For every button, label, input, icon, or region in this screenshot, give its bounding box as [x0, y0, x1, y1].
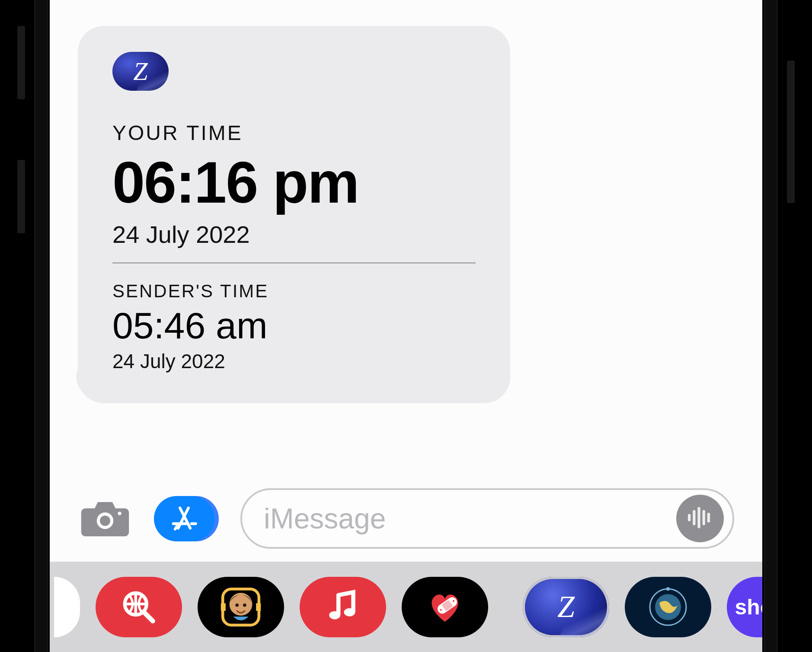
svg-point-2: [118, 512, 121, 515]
sho-label: sho: [735, 595, 762, 620]
divider: [112, 262, 476, 264]
your-time-date: 24 July 2022: [112, 220, 476, 248]
drawer-app-music[interactable]: [300, 577, 386, 637]
sender-time-label: SENDER'S TIME: [112, 281, 476, 302]
sender-time-value: 05:46 am: [112, 304, 476, 347]
memoji-icon: [217, 583, 265, 631]
power-button: [787, 60, 795, 203]
svg-rect-19: [256, 603, 261, 611]
camera-button[interactable]: [78, 497, 132, 540]
svg-point-24: [344, 608, 355, 616]
device-bezel-left: [35, 0, 48, 652]
drawer-app-zones[interactable]: Z: [523, 577, 609, 637]
drawer-app-partial-left[interactable]: [54, 577, 80, 637]
drawer-app-health[interactable]: [402, 577, 488, 637]
svg-line-3: [178, 508, 189, 528]
sender-time-date: 24 July 2022: [112, 350, 476, 373]
svg-line-4: [180, 508, 190, 528]
device-bezel-right: [764, 0, 777, 652]
your-time-label: YOUR TIME: [112, 121, 476, 145]
volume-up-button: [17, 26, 25, 99]
globe-search-icon: [119, 588, 158, 627]
imessage-app-drawer[interactable]: Z sho: [50, 562, 762, 652]
zones-app-glyph: Z: [133, 57, 147, 86]
svg-rect-18: [221, 603, 226, 611]
svg-rect-12: [707, 513, 710, 522]
volume-down-button: [17, 160, 25, 233]
svg-point-1: [100, 515, 110, 526]
drawer-app-find[interactable]: [96, 577, 182, 637]
drawer-app-globe[interactable]: [625, 577, 711, 637]
phone-screen: Z YOUR TIME 06:16 pm 24 July 2022 SENDER…: [50, 0, 762, 652]
drawer-app-memoji[interactable]: [198, 577, 284, 637]
your-time-value: 06:16 pm: [112, 153, 476, 212]
svg-rect-10: [697, 507, 700, 528]
composer-row: iMessage: [78, 488, 734, 549]
imessage-apps-button[interactable]: [154, 496, 219, 541]
camera-icon: [79, 496, 131, 541]
svg-rect-9: [693, 510, 695, 525]
message-input[interactable]: iMessage: [240, 488, 734, 549]
svg-point-31: [666, 587, 670, 591]
svg-line-16: [144, 611, 153, 621]
svg-point-22: [243, 603, 246, 607]
app-store-icon: [169, 503, 199, 534]
zones-icon: Z: [557, 589, 575, 625]
voice-message-button[interactable]: [676, 495, 724, 542]
svg-rect-11: [703, 510, 705, 525]
heart-bandage-icon: [423, 585, 467, 629]
music-note-icon: [324, 588, 361, 626]
zones-app-badge-icon: Z: [112, 52, 169, 91]
svg-rect-8: [688, 514, 691, 522]
waveform-icon: [685, 503, 715, 534]
svg-point-21: [235, 603, 239, 607]
message-bubble[interactable]: Z YOUR TIME 06:16 pm 24 July 2022 SENDER…: [78, 26, 510, 403]
svg-line-7: [175, 526, 177, 529]
drawer-app-sho[interactable]: sho: [727, 577, 762, 637]
message-placeholder: iMessage: [264, 502, 386, 535]
svg-point-23: [329, 611, 340, 619]
globe-icon: [646, 585, 690, 629]
